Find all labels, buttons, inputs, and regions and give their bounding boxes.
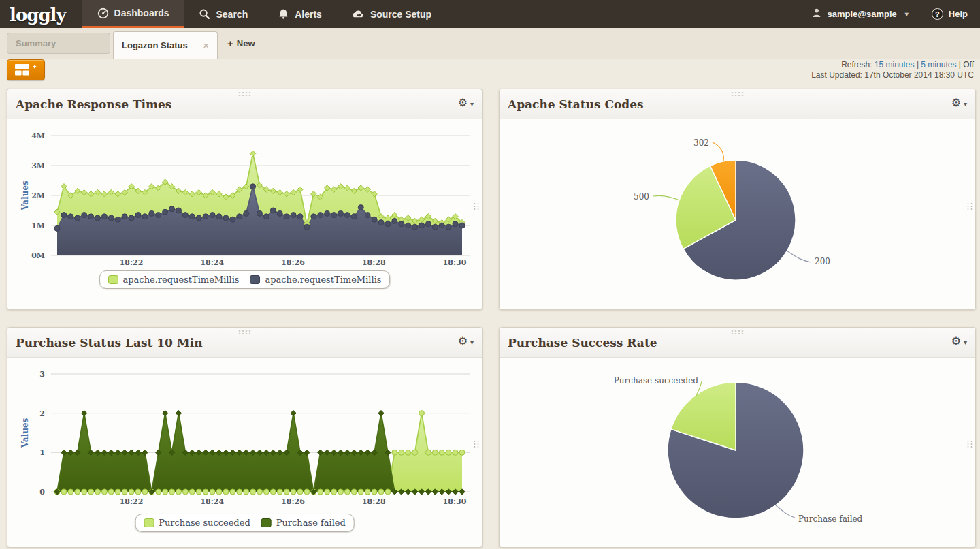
resize-handle-icon[interactable] bbox=[966, 440, 973, 448]
user-menu[interactable]: sample@sample bbox=[811, 7, 909, 20]
loggly-dashboard-app: loggly Dashboards Search Alerts bbox=[0, 0, 980, 549]
chevron-down-icon bbox=[961, 97, 967, 109]
legend-label: Purchase succeeded bbox=[159, 518, 250, 528]
svg-text:18:22: 18:22 bbox=[120, 258, 144, 267]
legend-label: apache.requestTimeMillis bbox=[123, 274, 240, 285]
refresh-5min-link[interactable]: 5 minutes bbox=[921, 60, 956, 69]
tab-logazon-status[interactable]: Logazon Status × bbox=[113, 31, 218, 59]
chart-legend: Purchase succeeded Purchase failed bbox=[135, 514, 355, 532]
help-menu[interactable]: ? Help bbox=[932, 8, 968, 20]
svg-text:3M: 3M bbox=[31, 161, 45, 170]
legend-label: apache.requestTimeMillis bbox=[265, 274, 382, 285]
gear-icon: ⚙ bbox=[951, 336, 961, 347]
panel-settings-button[interactable]: ⚙ bbox=[458, 335, 474, 347]
refresh-15min-link[interactable]: 15 minutes bbox=[875, 60, 915, 69]
svg-text:1M: 1M bbox=[31, 221, 45, 230]
svg-text:200: 200 bbox=[815, 257, 830, 266]
purchase-success-rate-pie-chart: Purchase failedPurchase succeeded bbox=[500, 358, 975, 548]
svg-text:18:26: 18:26 bbox=[281, 497, 305, 506]
svg-text:Values: Values bbox=[20, 181, 30, 211]
svg-text:18:30: 18:30 bbox=[443, 497, 467, 506]
svg-text:18:28: 18:28 bbox=[362, 258, 386, 267]
user-icon bbox=[811, 7, 822, 20]
dashboard-tabbar: Summary Logazon Status × + New bbox=[0, 28, 980, 59]
nav-right: sample@sample ? Help bbox=[811, 0, 980, 28]
svg-text:Values: Values bbox=[20, 418, 30, 448]
chart-legend: apache.requestTimeMillis apache.requestT… bbox=[99, 270, 391, 289]
panel-settings-button[interactable]: ⚙ bbox=[951, 97, 967, 109]
new-dashboard-button[interactable]: + New bbox=[227, 37, 255, 49]
legend-swatch bbox=[144, 518, 154, 527]
gauge-icon bbox=[97, 7, 109, 19]
chevron-down-icon bbox=[468, 335, 474, 347]
legend-item: Purchase failed bbox=[261, 518, 346, 528]
chevron-down-icon bbox=[468, 97, 474, 109]
add-widget-button[interactable] bbox=[7, 59, 45, 80]
svg-text:18:24: 18:24 bbox=[200, 497, 224, 506]
user-email: sample@sample bbox=[828, 9, 897, 19]
svg-text:4M: 4M bbox=[31, 131, 45, 140]
resize-handle-icon[interactable] bbox=[473, 202, 479, 210]
loggly-logo[interactable]: loggly bbox=[0, 0, 82, 28]
tab-label: Logazon Status bbox=[122, 40, 188, 50]
nav-search[interactable]: Search bbox=[184, 0, 263, 28]
panel-settings-button[interactable]: ⚙ bbox=[458, 97, 474, 109]
legend-swatch bbox=[250, 275, 261, 284]
add-widget-icon bbox=[14, 63, 37, 76]
gear-icon: ⚙ bbox=[951, 97, 961, 108]
drag-handle-icon[interactable] bbox=[730, 330, 745, 335]
svg-text:1: 1 bbox=[39, 448, 45, 457]
legend-item: Purchase succeeded bbox=[144, 518, 250, 528]
refresh-off-option[interactable]: Off bbox=[963, 60, 974, 69]
svg-text:3: 3 bbox=[39, 370, 45, 379]
svg-text:500: 500 bbox=[634, 192, 649, 202]
refresh-label: Refresh: bbox=[841, 60, 872, 69]
drag-handle-icon[interactable] bbox=[730, 91, 745, 97]
dashboard-content: Refresh: 15 minutes | 5 minutes | Off La… bbox=[0, 59, 980, 549]
drag-handle-icon[interactable] bbox=[238, 330, 252, 335]
resize-handle-icon[interactable] bbox=[473, 440, 479, 448]
main-nav: Dashboards Search Alerts Source Setup bbox=[82, 0, 447, 28]
legend-label: Purchase failed bbox=[276, 518, 346, 528]
drag-handle-icon[interactable] bbox=[238, 91, 252, 97]
nav-item-label: Alerts bbox=[295, 9, 322, 20]
gear-icon: ⚙ bbox=[458, 336, 468, 347]
help-label: Help bbox=[949, 9, 968, 19]
legend-swatch bbox=[261, 518, 272, 527]
nav-alerts[interactable]: Alerts bbox=[263, 0, 337, 28]
tab-summary[interactable]: Summary bbox=[7, 33, 110, 54]
svg-text:18:30: 18:30 bbox=[443, 258, 467, 267]
search-icon bbox=[199, 8, 210, 20]
nav-item-label: Source Setup bbox=[370, 9, 431, 20]
svg-text:2: 2 bbox=[39, 409, 45, 418]
refresh-controls: Refresh: 15 minutes | 5 minutes | Off La… bbox=[811, 60, 974, 80]
separator: | bbox=[917, 60, 919, 69]
legend-item: apache.requestTimeMillis bbox=[108, 274, 240, 285]
refresh-line: Refresh: 15 minutes | 5 minutes | Off bbox=[811, 60, 974, 70]
svg-text:302: 302 bbox=[693, 138, 709, 148]
nav-source-setup[interactable]: Source Setup bbox=[337, 0, 446, 28]
svg-text:18:26: 18:26 bbox=[281, 258, 305, 267]
last-updated: Last Updated: 17th October 2014 18:30 UT… bbox=[811, 70, 974, 80]
help-icon: ? bbox=[932, 8, 943, 20]
bell-icon bbox=[278, 8, 289, 20]
question-glyph: ? bbox=[935, 10, 940, 18]
panel-settings-button[interactable]: ⚙ bbox=[951, 335, 967, 347]
cloud-icon bbox=[352, 8, 365, 20]
svg-text:18:22: 18:22 bbox=[120, 497, 144, 506]
nav-item-label: Search bbox=[216, 9, 248, 20]
svg-text:Purchase failed: Purchase failed bbox=[798, 514, 863, 524]
close-icon[interactable]: × bbox=[201, 40, 210, 51]
resize-handle-icon[interactable] bbox=[966, 202, 973, 210]
panel-purchase-status: Purchase Status Last 10 Min ⚙ 0123Values… bbox=[7, 327, 483, 548]
nav-dashboards[interactable]: Dashboards bbox=[82, 0, 184, 28]
panel-apache-status-codes: Apache Status Codes ⚙ 200500302 bbox=[499, 89, 976, 310]
new-label: New bbox=[237, 38, 255, 48]
separator: | bbox=[959, 60, 961, 69]
legend-item: apache.requestTimeMillis bbox=[250, 274, 382, 285]
svg-text:2M: 2M bbox=[31, 191, 45, 200]
svg-text:18:28: 18:28 bbox=[362, 497, 386, 506]
apache-status-codes-pie-chart: 200500302 bbox=[500, 120, 975, 310]
nav-item-label: Dashboards bbox=[114, 7, 169, 18]
svg-text:Purchase succeeded: Purchase succeeded bbox=[614, 376, 699, 386]
